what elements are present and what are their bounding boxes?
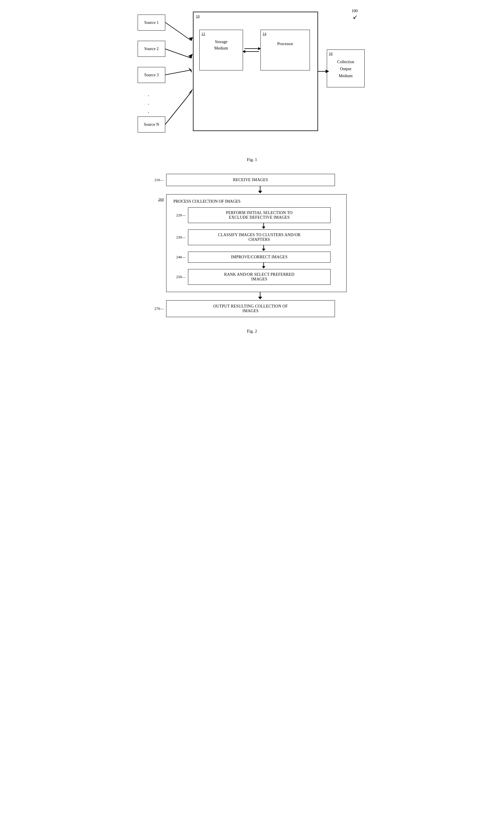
system-box-10: 10 12 Storage Medium 14 Processor <box>193 12 318 131</box>
source-2-box: Source 2 <box>138 41 165 57</box>
svg-marker-7 <box>188 54 193 58</box>
dots: ··· <box>148 92 149 117</box>
ref-250: 250— <box>174 275 188 279</box>
classify-images-box: CLASSIFY IMAGES TO CLUSTERS AND/OR CHAPT… <box>188 229 330 245</box>
svg-marker-5 <box>189 37 193 41</box>
storage-label: Storage Medium <box>200 39 243 52</box>
source-n-box: Source N <box>138 116 165 132</box>
receive-images-box: RECEIVE IMAGES <box>166 174 335 186</box>
svg-marker-3 <box>243 50 245 53</box>
storage-box-12: 12 Storage Medium <box>199 30 243 70</box>
ref-10: 10 <box>196 14 200 19</box>
ref-14: 14 <box>262 31 266 36</box>
processor-label: Processor <box>261 42 310 46</box>
initial-selection-box: PERFORM INITIAL SELECTION TO EXCLUDE DEF… <box>188 207 330 223</box>
svg-line-10 <box>165 92 191 124</box>
fig1-label: Fig. 1 <box>135 157 369 162</box>
svg-marker-11 <box>188 89 193 94</box>
ref-230: 230— <box>174 235 188 240</box>
process-collection-box: PROCESS COLLECTION OF IMAGES 220— PERFOR… <box>166 194 347 292</box>
svg-line-6 <box>165 49 191 58</box>
svg-line-8 <box>165 70 191 75</box>
processor-box-14: 14 Processor <box>260 30 310 70</box>
ref-270: 270— <box>150 306 166 311</box>
fig2-diagram: 210— RECEIVE IMAGES 260 PROCESS COLLECTI… <box>135 174 369 334</box>
storage-processor-arrow <box>243 46 260 54</box>
ref-12: 12 <box>201 31 205 36</box>
improve-images-box: IMPROVE/CORRECT IMAGES <box>188 251 330 263</box>
fig1-diagram: Source 1 Source 2 Source 3 Source N ··· … <box>135 6 369 151</box>
ref-260: 260 <box>150 194 166 202</box>
output-label: Collection Output Medium <box>327 59 364 79</box>
ref-16: 16 <box>329 51 333 56</box>
output-box-16: 16 Collection Output Medium <box>327 49 365 87</box>
ref-210: 210— <box>150 178 166 182</box>
ref-220: 220— <box>174 213 188 218</box>
svg-marker-9 <box>188 68 192 73</box>
source-3-box: Source 3 <box>138 67 165 83</box>
fig2-label: Fig. 2 <box>135 329 369 334</box>
source-1-box: Source 1 <box>138 15 165 30</box>
ref-240: 240— <box>174 255 188 260</box>
rank-images-box: RANK AND/OR SELECT PREFERRED IMAGES <box>188 269 330 285</box>
svg-line-4 <box>165 22 191 41</box>
output-collection-box: OUTPUT RESULTING COLLECTION OF IMAGES <box>166 300 335 317</box>
process-collection-title: PROCESS COLLECTION OF IMAGES <box>174 199 240 204</box>
